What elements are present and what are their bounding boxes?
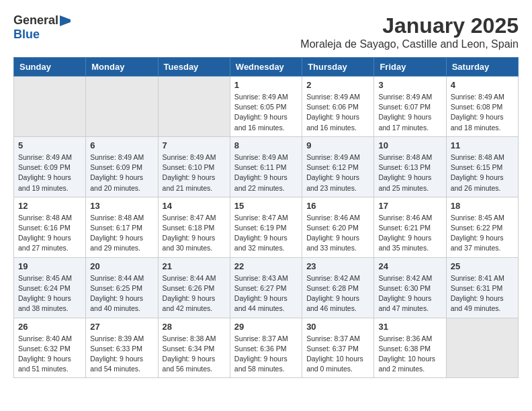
- calendar-cell: 28Sunrise: 8:38 AM Sunset: 6:34 PM Dayli…: [158, 318, 230, 378]
- day-number: 31: [378, 322, 441, 332]
- calendar-cell: 22Sunrise: 8:43 AM Sunset: 6:27 PM Dayli…: [230, 257, 302, 318]
- day-number: 23: [306, 261, 369, 271]
- calendar-cell: 2Sunrise: 8:49 AM Sunset: 6:06 PM Daylig…: [302, 77, 374, 137]
- calendar-cell: 14Sunrise: 8:47 AM Sunset: 6:18 PM Dayli…: [158, 197, 230, 257]
- day-info: Sunrise: 8:49 AM Sunset: 6:09 PM Dayligh…: [18, 152, 81, 193]
- day-number: 20: [90, 261, 153, 271]
- calendar-cell: 6Sunrise: 8:49 AM Sunset: 6:09 PM Daylig…: [86, 136, 158, 197]
- day-number: 26: [18, 322, 81, 332]
- day-number: 6: [90, 140, 153, 150]
- calendar-week-row: 19Sunrise: 8:45 AM Sunset: 6:24 PM Dayli…: [14, 257, 519, 318]
- calendar-cell: 30Sunrise: 8:37 AM Sunset: 6:37 PM Dayli…: [302, 318, 374, 378]
- day-number: 19: [18, 261, 81, 271]
- calendar-week-row: 26Sunrise: 8:40 AM Sunset: 6:32 PM Dayli…: [14, 318, 519, 378]
- day-info: Sunrise: 8:48 AM Sunset: 6:13 PM Dayligh…: [378, 152, 441, 193]
- day-number: 22: [234, 261, 298, 271]
- calendar-cell: 29Sunrise: 8:37 AM Sunset: 6:36 PM Dayli…: [230, 318, 302, 378]
- calendar-week-row: 1Sunrise: 8:49 AM Sunset: 6:05 PM Daylig…: [14, 77, 519, 137]
- day-info: Sunrise: 8:47 AM Sunset: 6:19 PM Dayligh…: [234, 213, 298, 254]
- logo-blue-text: Blue: [13, 28, 40, 41]
- calendar-cell: [446, 318, 518, 378]
- calendar-cell: 21Sunrise: 8:44 AM Sunset: 6:26 PM Dayli…: [158, 257, 230, 318]
- day-number: 24: [378, 261, 441, 271]
- day-number: 2: [306, 80, 369, 90]
- day-number: 30: [306, 322, 369, 332]
- calendar-cell: 10Sunrise: 8:48 AM Sunset: 6:13 PM Dayli…: [374, 136, 446, 197]
- weekday-row: SundayMondayTuesdayWednesdayThursdayFrid…: [14, 58, 519, 77]
- day-info: Sunrise: 8:49 AM Sunset: 6:11 PM Dayligh…: [234, 152, 298, 193]
- header: General Blue January 2025 Moraleja de Sa…: [13, 13, 519, 50]
- calendar-week-row: 5Sunrise: 8:49 AM Sunset: 6:09 PM Daylig…: [14, 136, 519, 197]
- day-info: Sunrise: 8:49 AM Sunset: 6:06 PM Dayligh…: [306, 92, 369, 133]
- calendar-header: SundayMondayTuesdayWednesdayThursdayFrid…: [14, 58, 519, 77]
- day-number: 14: [163, 201, 226, 211]
- calendar-cell: 4Sunrise: 8:49 AM Sunset: 6:08 PM Daylig…: [446, 77, 518, 137]
- day-info: Sunrise: 8:44 AM Sunset: 6:26 PM Dayligh…: [163, 273, 226, 314]
- calendar-cell: 5Sunrise: 8:49 AM Sunset: 6:09 PM Daylig…: [14, 136, 86, 197]
- day-info: Sunrise: 8:37 AM Sunset: 6:37 PM Dayligh…: [306, 334, 369, 375]
- day-info: Sunrise: 8:48 AM Sunset: 6:17 PM Dayligh…: [90, 213, 153, 254]
- weekday-header: Sunday: [14, 58, 86, 77]
- day-info: Sunrise: 8:49 AM Sunset: 6:08 PM Dayligh…: [451, 92, 514, 133]
- weekday-header: Monday: [86, 58, 158, 77]
- day-info: Sunrise: 8:44 AM Sunset: 6:25 PM Dayligh…: [90, 273, 153, 314]
- day-info: Sunrise: 8:39 AM Sunset: 6:33 PM Dayligh…: [90, 334, 153, 375]
- day-number: 4: [451, 80, 514, 90]
- weekday-header: Saturday: [446, 58, 518, 77]
- day-number: 3: [378, 80, 441, 90]
- calendar-cell: 20Sunrise: 8:44 AM Sunset: 6:25 PM Dayli…: [86, 257, 158, 318]
- calendar-cell: 31Sunrise: 8:36 AM Sunset: 6:38 PM Dayli…: [374, 318, 446, 378]
- day-info: Sunrise: 8:48 AM Sunset: 6:15 PM Dayligh…: [451, 152, 514, 193]
- calendar-week-row: 12Sunrise: 8:48 AM Sunset: 6:16 PM Dayli…: [14, 197, 519, 257]
- calendar-cell: 7Sunrise: 8:49 AM Sunset: 6:10 PM Daylig…: [158, 136, 230, 197]
- day-info: Sunrise: 8:45 AM Sunset: 6:24 PM Dayligh…: [18, 273, 81, 314]
- day-number: 21: [163, 261, 226, 271]
- weekday-header: Wednesday: [230, 58, 302, 77]
- day-info: Sunrise: 8:46 AM Sunset: 6:21 PM Dayligh…: [378, 213, 441, 254]
- location-title: Moraleja de Sayago, Castille and Leon, S…: [300, 38, 519, 50]
- calendar-cell: 8Sunrise: 8:49 AM Sunset: 6:11 PM Daylig…: [230, 136, 302, 197]
- calendar-body: 1Sunrise: 8:49 AM Sunset: 6:05 PM Daylig…: [14, 77, 519, 378]
- day-number: 5: [18, 140, 81, 150]
- day-number: 17: [378, 201, 441, 211]
- calendar-cell: 16Sunrise: 8:46 AM Sunset: 6:20 PM Dayli…: [302, 197, 374, 257]
- day-info: Sunrise: 8:45 AM Sunset: 6:22 PM Dayligh…: [451, 213, 514, 254]
- weekday-header: Thursday: [302, 58, 374, 77]
- day-number: 16: [306, 201, 369, 211]
- day-info: Sunrise: 8:37 AM Sunset: 6:36 PM Dayligh…: [234, 334, 298, 375]
- calendar-cell: [14, 77, 86, 137]
- day-info: Sunrise: 8:38 AM Sunset: 6:34 PM Dayligh…: [163, 334, 226, 375]
- day-info: Sunrise: 8:40 AM Sunset: 6:32 PM Dayligh…: [18, 334, 81, 375]
- calendar-cell: 12Sunrise: 8:48 AM Sunset: 6:16 PM Dayli…: [14, 197, 86, 257]
- calendar-cell: 15Sunrise: 8:47 AM Sunset: 6:19 PM Dayli…: [230, 197, 302, 257]
- day-number: 28: [163, 322, 226, 332]
- day-info: Sunrise: 8:43 AM Sunset: 6:27 PM Dayligh…: [234, 273, 298, 314]
- calendar-cell: [86, 77, 158, 137]
- title-area: January 2025 Moraleja de Sayago, Castill…: [300, 13, 519, 50]
- day-number: 12: [18, 201, 81, 211]
- calendar-cell: 1Sunrise: 8:49 AM Sunset: 6:05 PM Daylig…: [230, 77, 302, 137]
- day-number: 8: [234, 140, 298, 150]
- calendar-cell: 13Sunrise: 8:48 AM Sunset: 6:17 PM Dayli…: [86, 197, 158, 257]
- logo: General Blue: [13, 13, 72, 42]
- day-number: 9: [306, 140, 369, 150]
- month-title: January 2025: [300, 13, 519, 38]
- day-info: Sunrise: 8:47 AM Sunset: 6:18 PM Dayligh…: [163, 213, 226, 254]
- calendar-cell: 19Sunrise: 8:45 AM Sunset: 6:24 PM Dayli…: [14, 257, 86, 318]
- calendar-table: SundayMondayTuesdayWednesdayThursdayFrid…: [13, 57, 519, 378]
- day-info: Sunrise: 8:42 AM Sunset: 6:30 PM Dayligh…: [378, 273, 441, 314]
- day-number: 13: [90, 201, 153, 211]
- day-info: Sunrise: 8:42 AM Sunset: 6:28 PM Dayligh…: [306, 273, 369, 314]
- day-number: 15: [234, 201, 298, 211]
- day-info: Sunrise: 8:46 AM Sunset: 6:20 PM Dayligh…: [306, 213, 369, 254]
- calendar-cell: [158, 77, 230, 137]
- weekday-header: Tuesday: [158, 58, 230, 77]
- calendar-cell: 9Sunrise: 8:49 AM Sunset: 6:12 PM Daylig…: [302, 136, 374, 197]
- calendar-cell: 18Sunrise: 8:45 AM Sunset: 6:22 PM Dayli…: [446, 197, 518, 257]
- day-info: Sunrise: 8:48 AM Sunset: 6:16 PM Dayligh…: [18, 213, 81, 254]
- calendar-cell: 23Sunrise: 8:42 AM Sunset: 6:28 PM Dayli…: [302, 257, 374, 318]
- day-number: 7: [163, 140, 226, 150]
- day-number: 25: [451, 261, 514, 271]
- svg-marker-0: [60, 15, 71, 26]
- day-info: Sunrise: 8:36 AM Sunset: 6:38 PM Dayligh…: [378, 334, 441, 375]
